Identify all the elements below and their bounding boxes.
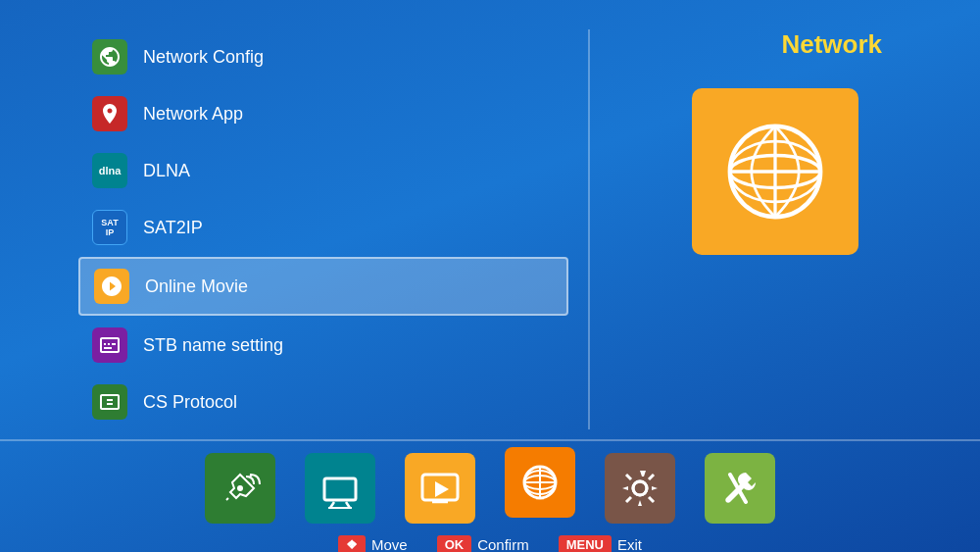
divider [588, 29, 590, 429]
section-title: Network [781, 29, 882, 60]
network-app-icon [92, 96, 127, 131]
menu-section: Network Config Network App dlna DLNA SAT… [78, 29, 568, 429]
menu-label-network-config: Network Config [143, 47, 264, 68]
menu-label-stb-name: STB name setting [143, 335, 283, 356]
network-config-icon [92, 39, 127, 75]
menu-label-sat2ip: SAT2IP [143, 218, 203, 238]
online-movie-icon [94, 269, 129, 304]
hint-exit: MENU Exit [559, 535, 642, 552]
menu-label-network-app: Network App [143, 104, 243, 125]
confirm-label: Confirm [477, 536, 529, 552]
cs-protocol-icon [92, 384, 127, 420]
move-label: Move [371, 536, 408, 552]
menu-label-online-movie: Online Movie [145, 276, 248, 297]
menu-item-dlna[interactable]: dlna DLNA [78, 143, 568, 198]
toolbar-tv-icon[interactable] [305, 453, 375, 524]
svg-rect-6 [324, 478, 356, 500]
toolbar-satellite-icon[interactable] [205, 453, 275, 524]
dlna-icon: dlna [92, 153, 127, 188]
bottom-toolbar: ❖ Move OK Confirm MENU Exit [0, 439, 980, 552]
svg-point-19 [633, 481, 647, 495]
toolbar-tools-icon[interactable] [705, 453, 775, 524]
menu-label-dlna: DLNA [143, 161, 190, 181]
move-badge: ❖ [338, 535, 366, 552]
menu-item-online-movie[interactable]: Online Movie [78, 257, 568, 316]
menu-item-sat2ip[interactable]: SATIP SAT2IP [78, 200, 568, 255]
hint-row: ❖ Move OK Confirm MENU Exit [0, 531, 980, 552]
menu-item-cs-protocol[interactable]: CS Protocol [78, 375, 568, 429]
hint-confirm: OK Confirm [437, 535, 529, 552]
toolbar-media-icon[interactable] [405, 453, 475, 524]
svg-point-5 [237, 485, 243, 491]
content-area: Network Config Network App dlna DLNA SAT… [0, 0, 980, 439]
ok-badge: OK [437, 535, 472, 552]
exit-label: Exit [617, 536, 642, 552]
icon-row [0, 441, 980, 531]
svg-marker-11 [435, 481, 449, 497]
hint-move: ❖ Move [338, 535, 408, 552]
right-section: Network [610, 29, 941, 429]
main-container: Network Config Network App dlna DLNA SAT… [0, 0, 980, 552]
network-preview-icon [692, 88, 858, 255]
toolbar-network-icon[interactable] [505, 447, 575, 518]
menu-badge: MENU [559, 535, 612, 552]
menu-item-network-config[interactable]: Network Config [78, 29, 568, 84]
menu-label-cs-protocol: CS Protocol [143, 392, 237, 413]
toolbar-settings-icon[interactable] [605, 453, 675, 524]
menu-item-network-app[interactable]: Network App [78, 86, 568, 141]
stb-name-icon [92, 327, 127, 363]
menu-item-stb-name[interactable]: STB name setting [78, 318, 568, 373]
sat2ip-icon: SATIP [92, 210, 127, 245]
